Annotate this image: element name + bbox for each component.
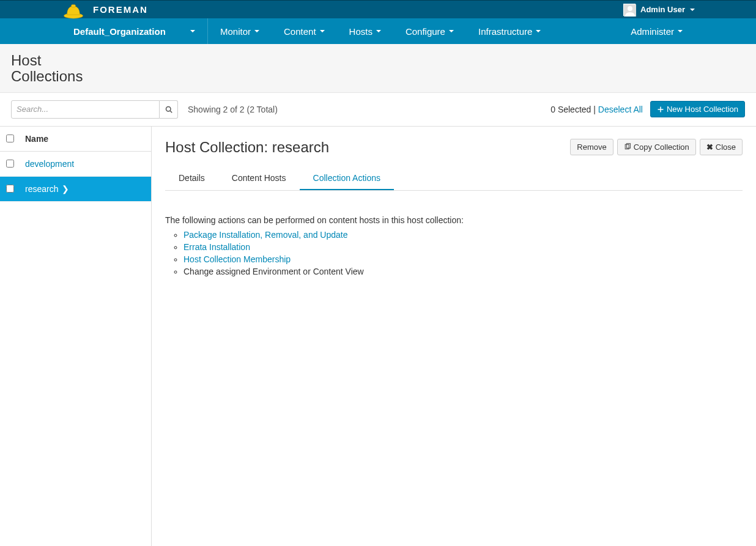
caret-down-icon [536, 30, 541, 32]
caret-down-icon [320, 30, 325, 32]
content-area: Name development research ❯ Host Collect… [0, 127, 756, 546]
tab-details[interactable]: Details [165, 167, 218, 190]
list-header: Name [0, 127, 151, 152]
list-item[interactable]: development [0, 152, 151, 177]
topbar: FOREMAN Admin User [0, 0, 756, 18]
nav-content[interactable]: Content [272, 18, 337, 44]
search-icon [165, 106, 172, 113]
caret-down-icon [690, 9, 695, 11]
user-menu[interactable]: Admin User [623, 4, 695, 16]
remove-button[interactable]: Remove [570, 139, 613, 155]
caret-down-icon [376, 30, 381, 32]
selected-count: 0 Selected [550, 105, 591, 114]
row-checkbox[interactable] [6, 185, 14, 193]
action-item: Host Collection Membership [183, 253, 743, 265]
user-name: Admin User [640, 5, 685, 14]
action-item: Change assigned Environment or Content V… [183, 265, 743, 278]
svg-rect-7 [658, 109, 663, 110]
svg-point-3 [628, 6, 632, 11]
actions-intro: The following actions can be performed o… [165, 215, 743, 225]
svg-line-5 [170, 111, 172, 113]
caret-down-icon [449, 30, 454, 32]
select-all-checkbox[interactable] [6, 135, 14, 142]
toolbar: Showing 2 of 2 (2 Total) 0 Selected | De… [0, 93, 756, 127]
caret-down-icon [190, 30, 195, 32]
svg-point-4 [166, 106, 171, 111]
tabs: Details Content Hosts Collection Actions [165, 167, 743, 191]
navbar: Default_Organization Monitor Content Hos… [0, 18, 756, 44]
detail-pane: Host Collection: research Remove Copy Co… [152, 127, 756, 546]
detail-buttons: Remove Copy Collection ✖ Close [570, 139, 743, 155]
action-link[interactable]: Package Installation, Removal, and Updat… [183, 230, 348, 240]
selection-status: 0 Selected | Deselect All [550, 105, 643, 114]
caret-down-icon [678, 30, 683, 32]
avatar-icon [623, 4, 636, 16]
logo-icon [61, 1, 86, 19]
deselect-all-link[interactable]: Deselect All [598, 105, 643, 114]
navbar-left: Default_Organization Monitor Content Hos… [61, 18, 553, 44]
search-group [11, 100, 178, 119]
action-text: Change assigned Environment or Content V… [183, 267, 364, 276]
column-name: Name [25, 134, 48, 144]
copy-icon [624, 143, 631, 150]
nav-monitor[interactable]: Monitor [208, 18, 272, 44]
tab-collection-actions[interactable]: Collection Actions [300, 167, 395, 190]
topbar-left: FOREMAN [61, 1, 148, 19]
action-link[interactable]: Host Collection Membership [183, 254, 291, 264]
action-item: Errata Installation [183, 241, 743, 253]
copy-collection-button[interactable]: Copy Collection [617, 139, 696, 155]
detail-header: Host Collection: research Remove Copy Co… [165, 139, 743, 156]
navbar-right: Administer [618, 18, 695, 44]
row-name: research ❯ [25, 184, 69, 194]
search-button[interactable] [160, 100, 178, 119]
org-selector[interactable]: Default_Organization [61, 18, 208, 44]
nav-configure[interactable]: Configure [393, 18, 466, 44]
close-button[interactable]: ✖ Close [700, 139, 743, 155]
chevron-right-icon: ❯ [62, 184, 69, 194]
list-item[interactable]: research ❯ [0, 177, 151, 202]
page-header: Host Collections [0, 44, 756, 93]
close-icon: ✖ [706, 142, 713, 152]
toolbar-right: 0 Selected | Deselect All New Host Colle… [550, 101, 745, 117]
detail-title: Host Collection: research [165, 139, 329, 156]
nav-hosts[interactable]: Hosts [337, 18, 393, 44]
search-input[interactable] [11, 100, 160, 119]
nav-infrastructure[interactable]: Infrastructure [466, 18, 553, 44]
row-name: development [25, 159, 74, 169]
action-item: Package Installation, Removal, and Updat… [183, 229, 743, 241]
nav-administer[interactable]: Administer [618, 18, 695, 44]
caret-down-icon [254, 30, 259, 32]
brand-text: FOREMAN [93, 4, 148, 15]
action-link[interactable]: Errata Installation [183, 242, 250, 252]
page-title: Host Collections [11, 53, 97, 85]
tab-content-hosts[interactable]: Content Hosts [218, 167, 300, 190]
sidebar: Name development research ❯ [0, 127, 152, 546]
svg-rect-1 [72, 4, 76, 7]
showing-text: Showing 2 of 2 (2 Total) [188, 105, 278, 114]
actions-list: Package Installation, Removal, and Updat… [165, 229, 743, 278]
org-name: Default_Organization [73, 26, 166, 37]
row-checkbox[interactable] [6, 160, 14, 168]
plus-icon [657, 106, 664, 113]
new-host-collection-button[interactable]: New Host Collection [650, 101, 745, 117]
